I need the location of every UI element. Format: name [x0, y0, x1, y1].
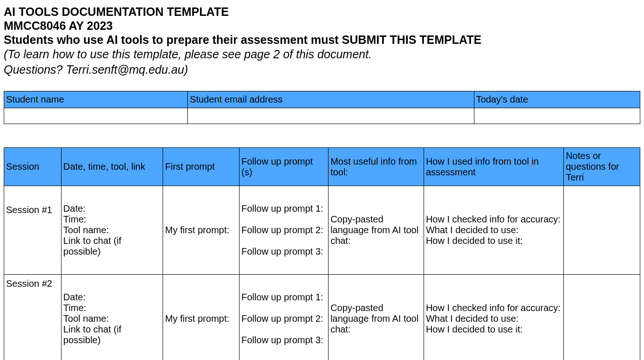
header-follow-up: Follow up prompt (s) — [240, 148, 329, 186]
subtitle-line: Students who use AI tools to prepare the… — [4, 33, 640, 47]
subtitle-text: Students who use AI tools to prepare the… — [4, 33, 481, 46]
header-student-name: Student name — [4, 91, 188, 108]
document-header: AI TOOLS DOCUMENTATION TEMPLATE MMCC8046… — [4, 5, 640, 77]
cell-first-2[interactable]: My first prompt: — [163, 275, 240, 360]
cell-notes-2[interactable] — [564, 275, 640, 360]
cell-date-1[interactable]: Date: Time: Tool name: Link to chat (if … — [61, 186, 163, 275]
cell-todays-date[interactable] — [474, 108, 640, 124]
cell-follow-1[interactable]: Follow up prompt 1: Follow up prompt 2: … — [240, 186, 329, 275]
header-todays-date: Today's date — [474, 91, 640, 108]
header-date: Date, time, tool, link — [61, 148, 163, 186]
cell-first-1[interactable]: My first prompt: — [163, 186, 240, 275]
header-student-email: Student email address — [188, 91, 474, 108]
cell-how-2[interactable]: How I checked info for accuracy: What I … — [424, 275, 563, 360]
header-first-prompt: First prompt — [163, 148, 240, 186]
instruction-line-2: Questions? Terri.senft@mq.edu.au) — [4, 62, 640, 77]
student-info-table: Student name Student email address Today… — [4, 91, 640, 124]
header-notes: Notes or questions for Terri — [564, 148, 640, 186]
session-row-1: Session #1 Date: Time: Tool name: Link t… — [4, 186, 640, 275]
header-useful-info: Most useful info from tool: — [329, 148, 424, 186]
cell-session-2: Session #2 — [4, 275, 62, 360]
session-row-2: Session #2 Date: Time: Tool name: Link t… — [4, 275, 640, 360]
cell-follow-2[interactable]: Follow up prompt 1: Follow up prompt 2: … — [240, 275, 329, 360]
cell-student-email[interactable] — [188, 108, 474, 124]
cell-date-2[interactable]: Date: Time: Tool name: Link to chat (if … — [61, 275, 163, 360]
cell-session-1: Session #1 — [4, 186, 62, 275]
student-info-row — [4, 108, 640, 124]
title-line-1: AI TOOLS DOCUMENTATION TEMPLATE — [4, 5, 640, 19]
title-line-2: MMCC8046 AY 2023 — [4, 19, 640, 33]
cell-useful-2[interactable]: Copy-pasted language from AI tool chat: — [329, 275, 424, 360]
cell-how-1[interactable]: How I checked info for accuracy: What I … — [424, 186, 563, 275]
header-how-used: How I used info from tool in assessment — [424, 148, 563, 186]
cell-useful-1[interactable]: Copy-pasted language from AI tool chat: — [329, 186, 424, 275]
cell-student-name[interactable] — [4, 108, 188, 124]
cell-notes-1[interactable] — [564, 186, 640, 275]
instruction-line-1: (To learn how to use this template, plea… — [4, 47, 640, 62]
sessions-table: Session Date, time, tool, link First pro… — [4, 147, 640, 360]
header-session: Session — [4, 148, 62, 186]
